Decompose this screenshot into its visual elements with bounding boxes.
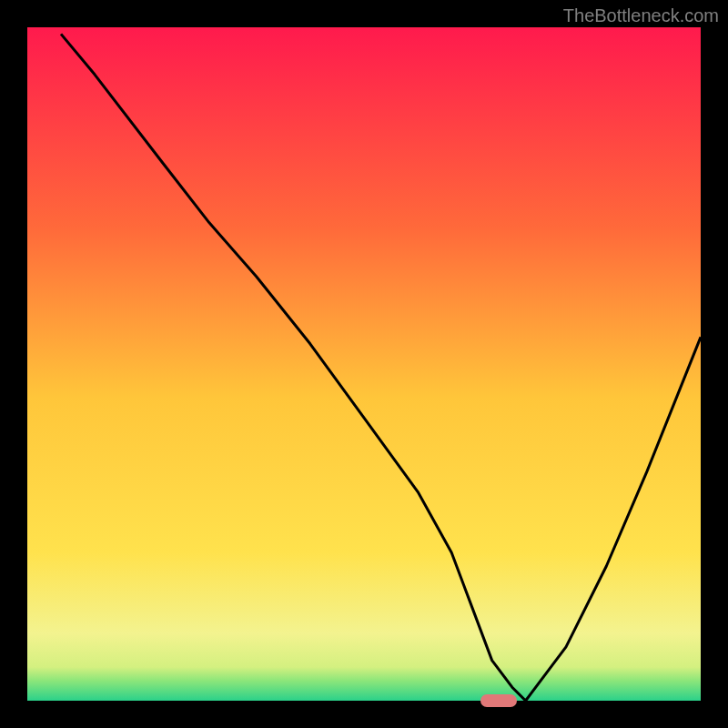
bottleneck-plot xyxy=(0,0,728,728)
optimal-marker xyxy=(480,694,517,707)
plot-background xyxy=(27,27,701,701)
watermark-text: TheBottleneck.com xyxy=(563,5,719,26)
chart-stage: TheBottleneck.com xyxy=(0,0,728,728)
